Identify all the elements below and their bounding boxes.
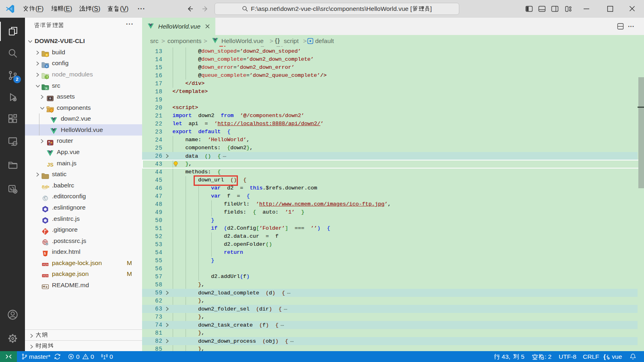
svg-text:5: 5 [44, 251, 46, 255]
svg-text:Babel: Babel [42, 185, 49, 189]
svg-text:JS: JS [47, 162, 54, 168]
